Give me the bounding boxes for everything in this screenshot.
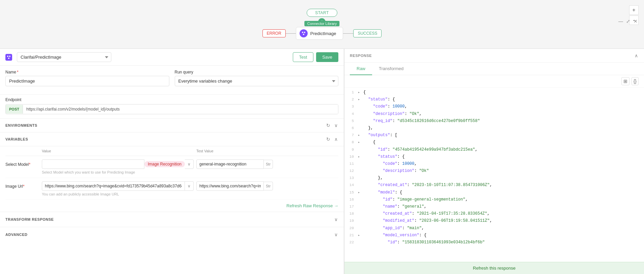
flow-container: START + Connector Library ERROR PredictI… [262,9,382,40]
var-test-header: Test Value [196,149,338,153]
environments-collapse-button[interactable]: ∨ [334,122,338,129]
error-badge: ERROR [262,29,286,37]
image-url-str-badge: Str [264,182,273,190]
runquery-select[interactable]: Everytime variables change [175,76,339,86]
tab-raw[interactable]: Raw [350,63,372,75]
json-line: 10▸ "status": { [344,153,644,160]
refresh-raw-section: Refresh Raw Response → [0,200,344,212]
transform-response-section[interactable]: TRANSFORM RESPONSE ∨ [0,212,344,227]
json-line: 21▸ "model_version": { [344,232,644,239]
environments-section-header: ENVIRONMENTS ↻ ∨ [0,119,344,132]
line-number: 3 [344,103,358,110]
predict-node[interactable]: PredictImage [296,27,343,40]
runquery-label: Run query [175,70,339,74]
line-expand-icon [358,147,363,147]
line-number: 12 [344,168,358,174]
line-expand-icon[interactable]: ▸ [358,96,363,102]
response-toolbar: ⊞ {} [344,75,644,88]
advanced-collapse-button[interactable]: ∨ [334,231,338,238]
select-model-tag-input[interactable] [42,159,144,169]
line-expand-icon[interactable]: ▸ [358,139,363,145]
svg-point-3 [7,56,8,57]
endpoint-row: POST [5,104,338,114]
image-url-test-input[interactable] [196,181,264,191]
select-model-dropdown-arrow[interactable]: ∨ [185,159,194,169]
svg-point-4 [9,56,10,57]
select-model-test-wrapper: Str [196,159,338,169]
endpoint-section: Endpoint POST [0,95,344,119]
connector-line-right [343,33,353,34]
svg-point-5 [8,58,9,59]
select-model-label: Select Model* [5,159,39,167]
line-expand-icon [358,125,363,126]
select-model-value-wrapper: Image Recognition ∨ Select Model which y… [42,159,194,174]
line-number: 18 [344,211,358,217]
variables-section-header: VARIABLES ↻ ∧ [0,132,344,146]
json-line-text: }, [363,175,644,181]
line-expand-icon[interactable]: ▸ [358,232,363,238]
connector-library-label: Connector Library [305,21,339,26]
image-url-tag-input[interactable] [42,181,185,191]
image-url-dropdown-arrow[interactable]: ∨ [185,181,194,191]
json-line-text: "app_id": "main", [363,225,644,232]
variables-collapse-button[interactable]: ∧ [334,136,338,143]
variables-refresh-button[interactable]: ↻ [326,136,331,143]
name-input[interactable] [5,76,169,86]
json-line: 20 "app_id": "main", [344,225,644,232]
select-model-test-input[interactable] [196,159,264,169]
select-model-hint: Select Model which you want to use for P… [42,170,194,174]
refresh-raw-button[interactable]: Refresh Raw Response → [286,203,338,208]
node-row: Connector Library ERROR PredictImage SUC… [262,27,382,40]
transform-collapse-button[interactable]: ∨ [334,216,338,223]
line-expand-icon[interactable]: ▸ [358,189,363,195]
json-line: 12 "description": "Ok" [344,168,644,175]
json-line: 22 "id": "1583183011036461093e034b12b4bf… [344,239,644,246]
json-line: 9 "id": "4574ab4195424e99a947bf3abdc215e… [344,146,644,153]
minimize-button[interactable]: — [618,18,624,24]
save-button[interactable]: Save [316,52,338,62]
json-line-text: "description": "Ok", [363,111,644,117]
tab-transformed[interactable]: Transformed [372,63,410,75]
json-view-button[interactable]: {} [632,77,639,85]
json-line: 6 }, [344,125,644,132]
json-line-text: "id": "4574ab4195424e99a947bf3abdc215ea"… [363,147,644,153]
table-view-button[interactable]: ⊞ [621,77,629,85]
line-expand-icon [358,111,363,112]
line-expand-icon [358,211,363,211]
image-url-hint: You can add an publicly accessible Image… [42,192,194,196]
name-runquery-row: Name* Run query Everytime variables chan… [5,70,338,86]
refresh-response-button[interactable]: Refresh this response [344,262,644,274]
line-expand-icon[interactable]: ▸ [358,154,363,160]
variables-header: Value Test Value [5,146,338,156]
json-line-text: "created_at": "2023-10-10T11:07:38.85473… [363,182,644,188]
json-line: 14 "created_at": "2023-10-10T11:07:38.85… [344,182,644,189]
line-number: 7 [344,132,358,139]
response-collapse-button[interactable]: ∧ [634,52,639,59]
json-line-text: "status": { [363,154,644,160]
variables-section: Value Test Value Select Model* Image Rec… [0,146,344,200]
connector-icon [5,54,12,61]
advanced-section[interactable]: ADVANCED ∨ [0,227,344,242]
line-expand-icon[interactable]: ▸ [358,89,363,95]
zoom-in-button[interactable]: + [629,5,639,15]
environments-title: ENVIRONMENTS [5,123,37,127]
endpoint-url-input[interactable] [23,104,338,114]
connector-select[interactable]: Clarifai/PredictImage [17,52,111,62]
image-url-row: Image Url* ∨ You can add an publicly acc… [5,178,338,200]
environments-refresh-button[interactable]: ↻ [326,122,331,129]
svg-point-2 [303,34,304,35]
variables-actions: ↻ ∧ [326,136,338,143]
json-line-text: "name": "general", [363,204,644,210]
window-controls: — ⤢ ✕ [618,18,639,24]
json-line-text: "model_version": { [363,232,644,239]
select-model-str-badge: Str [264,160,273,169]
json-line-text: { [363,139,644,146]
line-expand-icon [358,204,363,204]
json-line-text: { [363,89,644,96]
maximize-button[interactable]: ⤢ [625,18,631,24]
test-button[interactable]: Test [293,52,314,62]
select-model-tag-badge[interactable]: Image Recognition [144,161,185,167]
transform-response-title: TRANSFORM RESPONSE [5,217,54,221]
line-expand-icon[interactable]: ▸ [358,132,363,138]
close-button[interactable]: ✕ [633,18,639,24]
